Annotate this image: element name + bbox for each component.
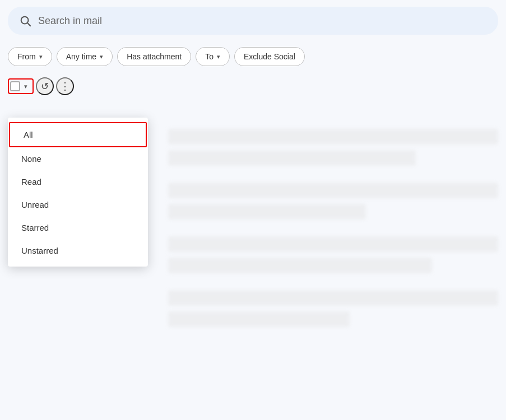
select-dropdown-chevron[interactable]: ▾ (20, 81, 31, 92)
attachment-filter-button[interactable]: Has attachment (117, 47, 191, 66)
dropdown-item-unread[interactable]: Unread (8, 193, 148, 216)
from-chevron-icon: ▾ (39, 53, 43, 60)
filter-bar: From ▾ Any time ▾ Has attachment To ▾ Ex… (0, 41, 506, 74)
from-filter-button[interactable]: From ▾ (8, 47, 52, 66)
dropdown-item-read[interactable]: Read (8, 170, 148, 193)
dropdown-item-all[interactable]: All (9, 122, 147, 147)
toolbar-row: ▾ ↺ ⋮ (0, 74, 506, 95)
exclude-social-filter-button[interactable]: Exclude Social (234, 47, 305, 66)
select-all-checkbox-wrap[interactable]: ▾ (8, 78, 34, 94)
exclude-social-filter-label: Exclude Social (244, 52, 295, 61)
blurred-content-right (168, 123, 498, 420)
time-chevron-icon: ▾ (100, 53, 103, 60)
search-icon (19, 15, 31, 27)
refresh-icon: ↺ (41, 81, 49, 92)
to-filter-button[interactable]: To ▾ (196, 47, 230, 66)
more-options-button[interactable]: ⋮ (56, 77, 74, 95)
dropdown-item-starred[interactable]: Starred (8, 216, 148, 239)
refresh-button[interactable]: ↺ (36, 77, 54, 95)
attachment-filter-label: Has attachment (127, 52, 182, 61)
more-options-icon: ⋮ (60, 80, 71, 92)
from-filter-label: From (17, 52, 36, 61)
to-filter-label: To (205, 52, 213, 61)
dropdown-item-unstarred[interactable]: Unstarred (8, 239, 148, 262)
dropdown-item-none[interactable]: None (8, 147, 148, 170)
to-chevron-icon: ▾ (217, 53, 220, 60)
search-placeholder: Search in mail (38, 15, 102, 27)
select-dropdown-menu: All None Read Unread Starred Unstarred (8, 118, 148, 267)
svg-line-1 (28, 24, 31, 26)
svg-point-0 (21, 17, 29, 24)
select-checkbox[interactable] (10, 81, 20, 91)
search-bar[interactable]: Search in mail (8, 7, 498, 35)
time-filter-button[interactable]: Any time ▾ (57, 47, 113, 66)
time-filter-label: Any time (66, 52, 96, 61)
